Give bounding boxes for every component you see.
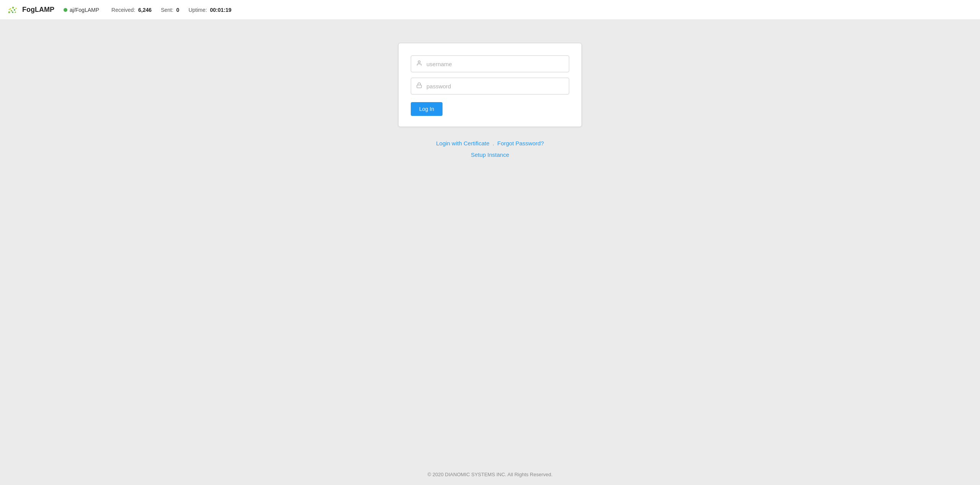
brand-name: FogLAMP bbox=[22, 6, 54, 14]
link-separator: . bbox=[493, 140, 494, 146]
login-with-certificate-link[interactable]: Login with Certificate bbox=[436, 140, 489, 146]
brand: FogLAMP bbox=[8, 5, 54, 15]
received-stat: Received: 6,246 bbox=[111, 7, 152, 13]
status-indicator bbox=[64, 8, 67, 12]
svg-point-5 bbox=[15, 8, 17, 9]
uptime-label: Uptime: bbox=[188, 7, 207, 13]
uptime-value: 00:01:19 bbox=[210, 7, 231, 13]
username-input[interactable] bbox=[411, 55, 569, 72]
footer: © 2020 DIANOMIC SYSTEMS INC. All Rights … bbox=[0, 464, 980, 485]
logo bbox=[8, 5, 18, 15]
sent-value: 0 bbox=[176, 7, 180, 13]
instance-name: aj/FogLAMP bbox=[70, 7, 99, 13]
main-content: Log In Login with Certificate . Forgot P… bbox=[0, 20, 980, 464]
forgot-password-link[interactable]: Forgot Password? bbox=[497, 140, 544, 146]
received-value: 6,246 bbox=[138, 7, 152, 13]
sent-stat: Sent: 0 bbox=[161, 7, 179, 13]
login-links: Login with Certificate . Forgot Password… bbox=[436, 138, 544, 161]
navbar: FogLAMP aj/FogLAMP Received: 6,246 Sent:… bbox=[0, 0, 980, 20]
svg-point-3 bbox=[12, 7, 14, 8]
link-row-2: Setup Instance bbox=[436, 149, 544, 161]
link-row-1: Login with Certificate . Forgot Password… bbox=[436, 138, 544, 149]
navbar-stats: Received: 6,246 Sent: 0 Uptime: 00:01:19 bbox=[111, 7, 231, 13]
footer-text: © 2020 DIANOMIC SYSTEMS INC. All Rights … bbox=[428, 472, 553, 477]
svg-point-0 bbox=[8, 11, 10, 13]
svg-point-8 bbox=[9, 9, 10, 10]
foglamp-logo-icon bbox=[8, 5, 18, 15]
username-group bbox=[411, 55, 569, 72]
navbar-instance: aj/FogLAMP bbox=[64, 7, 99, 13]
setup-instance-link[interactable]: Setup Instance bbox=[471, 151, 509, 158]
svg-point-6 bbox=[12, 11, 13, 13]
svg-point-2 bbox=[10, 8, 11, 10]
svg-point-7 bbox=[15, 11, 16, 13]
login-card: Log In bbox=[398, 43, 582, 127]
svg-point-1 bbox=[11, 10, 12, 11]
login-button[interactable]: Log In bbox=[411, 102, 443, 116]
uptime-stat: Uptime: 00:01:19 bbox=[188, 7, 231, 13]
received-label: Received: bbox=[111, 7, 135, 13]
sent-label: Sent: bbox=[161, 7, 173, 13]
svg-point-4 bbox=[14, 9, 15, 11]
password-group bbox=[411, 78, 569, 94]
password-input[interactable] bbox=[411, 78, 569, 94]
